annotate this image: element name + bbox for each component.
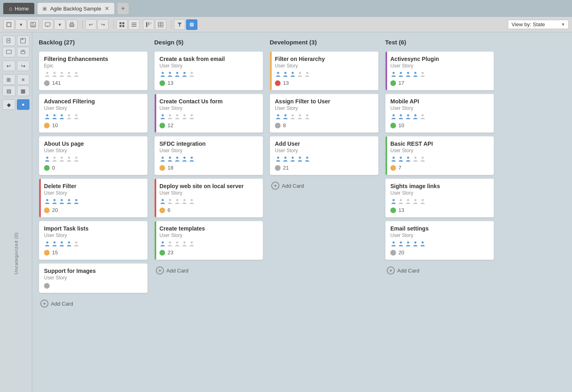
svg-point-57	[68, 241, 70, 243]
sidebar-list-btn[interactable]: ≡	[17, 74, 30, 85]
card-avatars-d3	[159, 156, 258, 162]
svg-point-78	[191, 199, 193, 201]
card-dev3[interactable]: Add UserUser Story 21	[270, 136, 379, 175]
svg-point-63	[191, 72, 193, 74]
avatar-dev3-2	[289, 156, 296, 162]
card-footer-c6	[44, 283, 142, 289]
card-footer-dev2: 8	[275, 122, 373, 128]
status-dot-c2	[44, 123, 50, 128]
add-card-development[interactable]: +Add Card	[270, 178, 379, 193]
sidebar-grid-btn[interactable]: ⊞	[2, 74, 15, 85]
sidebar-table-btn[interactable]: ▦	[17, 86, 30, 96]
card-dev2[interactable]: Assign Filter to UserUser Story 8	[270, 94, 379, 133]
toolbar-btn-save[interactable]	[27, 19, 39, 30]
svg-point-56	[61, 241, 63, 243]
avatar-dev1-4	[304, 71, 310, 78]
document-tab[interactable]: ▣ Agile Backlog Sample ✕	[38, 3, 114, 14]
avatar-d3-3	[181, 156, 188, 162]
card-d1[interactable]: Create a task from emailUser Story 13	[154, 51, 263, 90]
column-header-design: Design (5)	[154, 39, 263, 47]
sidebar-print-btn[interactable]	[17, 47, 30, 57]
status-dot-t3	[390, 165, 396, 171]
avatar-dev2-2	[289, 113, 296, 120]
grid-view-button[interactable]	[116, 19, 128, 30]
table-view-button[interactable]	[155, 19, 166, 30]
add-card-test[interactable]: +Add Card	[385, 263, 494, 278]
card-d5[interactable]: Create templatesUser Story 23	[154, 221, 263, 260]
card-footer-dev3: 21	[275, 165, 373, 171]
add-tab-button[interactable]: +	[117, 3, 129, 14]
card-title-c6: Support for Images	[44, 268, 142, 274]
card-type-d2: User Story	[159, 105, 258, 111]
list-view-button[interactable]	[128, 19, 140, 30]
card-t4[interactable]: Sights image linksUser Story 13	[385, 178, 494, 218]
sidebar-icon-group-4: ◆ ■	[0, 99, 32, 110]
status-dot-t4	[390, 208, 396, 213]
toolbar-btn-dropdown2[interactable]: ▾	[54, 19, 65, 30]
close-tab-icon[interactable]: ✕	[105, 5, 109, 12]
svg-rect-33	[22, 50, 24, 51]
undo-button[interactable]: ↩	[85, 19, 96, 30]
card-t2[interactable]: Mobile APIUser Story 10	[385, 94, 494, 133]
card-avatars-c1	[44, 71, 142, 78]
card-c2[interactable]: Advanced FilteringUser Story 10	[39, 94, 148, 133]
filter-button[interactable]	[174, 19, 185, 30]
card-number-t4: 13	[398, 207, 404, 213]
svg-rect-32	[21, 51, 25, 54]
sidebar-save-btn[interactable]	[17, 36, 30, 46]
card-title-dev2: Assign Filter to User	[275, 98, 373, 105]
add-card-backlog[interactable]: +Add Card	[39, 296, 148, 311]
toolbar-group-1: ▾	[3, 19, 39, 30]
sidebar-filter-btn[interactable]: ◆	[2, 99, 15, 110]
card-footer-d2: 12	[159, 122, 258, 128]
svg-point-84	[277, 72, 279, 74]
card-t5[interactable]: Email settingsUser Story 20	[385, 221, 494, 260]
sidebar-monitor-btn[interactable]	[2, 47, 15, 57]
card-footer-t1: 17	[390, 80, 489, 86]
sidebar-kanban-btn[interactable]: ▤	[2, 86, 15, 96]
svg-point-68	[191, 114, 193, 116]
card-avatars-t2	[390, 113, 489, 120]
card-c5[interactable]: Import Task listsUser Story 15	[39, 221, 148, 260]
sidebar-color-btn[interactable]: ■	[17, 99, 30, 110]
avatar-t3-3	[412, 156, 419, 162]
add-card-design[interactable]: +Add Card	[154, 263, 263, 278]
avatar-d4-0	[159, 198, 166, 205]
svg-point-35	[53, 72, 55, 74]
svg-point-62	[183, 72, 185, 74]
toolbar-btn-print[interactable]	[66, 19, 78, 30]
avatar-c4-0	[44, 198, 50, 205]
svg-point-100	[400, 72, 402, 74]
card-d2[interactable]: Create Contact Us formUser Story 12	[154, 94, 263, 133]
kanban-view-button[interactable]	[143, 19, 154, 30]
color-button[interactable]	[186, 19, 197, 30]
sidebar-undo-btn[interactable]: ↩	[2, 61, 15, 71]
card-d4[interactable]: Deploy web site on local serverUser Stor…	[154, 178, 263, 218]
card-dev1[interactable]: Filter on HierarchyUser Story 13	[270, 51, 379, 90]
sidebar-redo-btn[interactable]: ↪	[17, 61, 30, 71]
sidebar-row-5: ▤ ▦	[2, 86, 29, 96]
card-title-d1: Create a task from email	[159, 56, 258, 62]
card-t3[interactable]: Basic REST APIUser Story 7	[385, 136, 494, 175]
view-by-label: View by: State	[511, 21, 545, 27]
card-d3[interactable]: SFDC integrationUser Story 18	[154, 136, 263, 175]
sidebar-uncategorized: Uncategorized (0)	[14, 118, 19, 389]
svg-rect-17	[146, 22, 147, 27]
home-tab[interactable]: ⌂ Home	[3, 3, 34, 14]
svg-rect-11	[122, 22, 124, 24]
card-c3[interactable]: About Us pageUser Story 0	[39, 136, 148, 175]
sidebar-page-btn[interactable]	[2, 36, 15, 46]
card-c4[interactable]: Delete FilterUser Story 20	[39, 178, 148, 218]
card-c6[interactable]: Support for ImagesUser Story	[39, 263, 148, 293]
card-t1[interactable]: Activesync PluginUser Story 17	[385, 51, 494, 90]
add-card-label-design: Add Card	[166, 268, 189, 274]
toolbar-btn-screen[interactable]	[42, 19, 53, 30]
redo-button[interactable]: ↪	[97, 19, 109, 30]
view-by-select[interactable]: View by: State ▼	[508, 20, 569, 29]
card-c1[interactable]: Filtering EnhancementsEpic 141	[39, 51, 148, 90]
card-type-c2: User Story	[44, 105, 142, 111]
card-type-t4: User Story	[390, 190, 489, 196]
toolbar-btn-dropdown1[interactable]: ▾	[15, 19, 27, 30]
board-area: Backlog (27)Filtering EnhancementsEpic 1…	[32, 32, 572, 392]
toolbar-btn-page[interactable]	[3, 19, 15, 30]
